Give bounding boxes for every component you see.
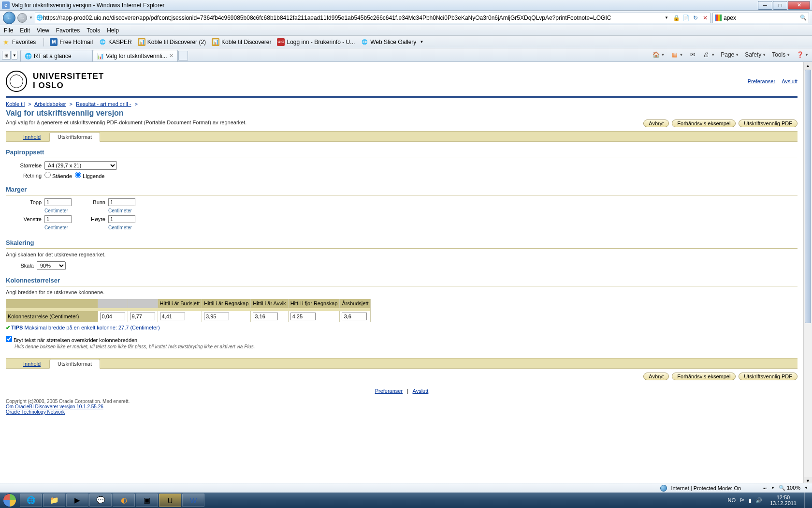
col-width-1[interactable] [130, 313, 155, 320]
pdf-button-bottom[interactable]: Utskriftsvennlig PDF [739, 373, 798, 380]
favorites-star-icon[interactable]: ★ [3, 38, 9, 46]
input-margin-right[interactable] [108, 215, 135, 223]
radio-portrait[interactable]: Stående [44, 172, 72, 179]
radio-landscape[interactable]: Liggende [75, 172, 104, 179]
task-media[interactable]: ▶ [66, 493, 88, 507]
col-width-3[interactable] [204, 313, 229, 320]
paper-size-select[interactable]: A4 (29,7 x 21) [44, 161, 117, 170]
nav-forward-button[interactable]: → [17, 13, 27, 23]
nav-history-dropdown[interactable]: ▼ [29, 15, 33, 20]
task-word[interactable]: W [182, 493, 204, 507]
tools-menu[interactable]: Tools▼ [770, 50, 792, 59]
fav-kasper[interactable]: 🌐KASPER [97, 37, 134, 47]
section-tabs-top: Innhold Utskriftsformat [6, 131, 798, 142]
tab-innhold-bottom[interactable]: Innhold [15, 359, 48, 368]
quick-tabs-button[interactable]: ⊞ [2, 51, 11, 60]
fav-koble-discoverer[interactable]: 📊Koble til Discoverer [210, 37, 273, 47]
cancel-button-bottom[interactable]: Avbryt [643, 373, 669, 380]
search-box[interactable]: apex 🔍 [712, 13, 809, 23]
row-label: Kolonnestørrelse (Centimeter) [6, 311, 98, 322]
window-close-button[interactable]: ✕ [788, 1, 810, 10]
task-app3[interactable]: ▣ [136, 493, 158, 507]
tab-utskriftsformat-bottom[interactable]: Utskriftsformat [49, 359, 100, 369]
preview-button[interactable]: Forhåndsvis eksempel [672, 120, 736, 127]
fav-logg-inn[interactable]: UiOLogg inn - Brukerinfo - U... [275, 37, 357, 47]
refresh-icon[interactable]: ↻ [692, 14, 699, 22]
col-width-0[interactable] [100, 313, 125, 320]
read-mail-button[interactable]: ✉ [687, 50, 698, 60]
footer-avslutt[interactable]: Avslutt [413, 388, 429, 394]
task-app1[interactable]: 💬 [89, 493, 112, 507]
menu-view[interactable]: View [37, 27, 49, 34]
help-button[interactable]: ❓▼ [795, 50, 810, 60]
label-scale: Skala [14, 263, 34, 269]
tray-lang[interactable]: NO [727, 497, 736, 503]
fav-web-slice[interactable]: 🌐Web Slice Gallery▼ [359, 37, 425, 47]
link-oracle-tech[interactable]: Oracle Technology Network [6, 409, 798, 415]
tab-list-dropdown[interactable]: ▼ [12, 51, 17, 60]
crumb-koble-til[interactable]: Koble til [6, 101, 25, 107]
vertical-scrollbar[interactable]: ▲ ▼ [803, 62, 812, 485]
section-columns-title: Kolonnestørrelser [6, 277, 798, 284]
protected-mode-toggle[interactable]: ▪▫ [763, 485, 767, 491]
dropdown-icon[interactable]: ▼ [663, 14, 670, 22]
col-width-4[interactable] [253, 313, 278, 320]
input-margin-left[interactable] [44, 215, 72, 223]
menu-edit[interactable]: Edit [20, 27, 30, 34]
address-bar[interactable]: 🌐 https://rapp-prod02.uio.no/discoverer/… [35, 13, 710, 23]
col-width-2[interactable] [160, 313, 185, 320]
tab-rt-glance[interactable]: 🌐 RT at a glance [20, 50, 93, 61]
input-margin-top[interactable] [44, 198, 72, 206]
breadcrumb: Koble til > Arbeidsbøker > Resultat - ar… [6, 101, 798, 107]
input-margin-bottom[interactable] [108, 198, 135, 206]
pdf-button[interactable]: Utskriftsvennlig PDF [739, 120, 798, 127]
menu-favorites[interactable]: Favorites [56, 27, 80, 34]
menu-help[interactable]: Help [107, 27, 119, 34]
stop-icon[interactable]: ✕ [701, 14, 709, 22]
link-about-discoverer[interactable]: Om OracleBI Discoverer versjon 10.1.2.55… [6, 404, 798, 409]
preview-button-bottom[interactable]: Forhåndsvis eksempel [672, 373, 736, 380]
menu-tools[interactable]: Tools [87, 27, 100, 34]
show-desktop-button[interactable] [804, 493, 810, 508]
favorites-label: Favorites [12, 39, 36, 45]
task-ie[interactable]: 🌐 [20, 493, 42, 507]
fav-koble-discoverer-2[interactable]: 📊Koble til Discoverer (2) [136, 37, 208, 47]
task-app2[interactable]: ◐ [113, 493, 135, 507]
tray-clock[interactable]: 12:50 13.12.2011 [766, 494, 800, 506]
footer-preferanser[interactable]: Preferanser [375, 388, 403, 394]
link-preferanser[interactable]: Preferanser [748, 78, 775, 84]
fav-free-hotmail[interactable]: MFree Hotmail [48, 37, 95, 47]
crumb-arbeidsboker[interactable]: Arbeidsbøker [34, 101, 66, 107]
search-icon[interactable]: 🔍 [800, 15, 807, 21]
tray-power-icon[interactable]: ▮ [749, 497, 752, 504]
task-explorer[interactable]: 📁 [43, 493, 65, 507]
task-app4[interactable]: U [159, 493, 181, 507]
menu-file[interactable]: File [4, 27, 13, 34]
page-menu[interactable]: Page▼ [719, 50, 740, 59]
wrap-text-checkbox[interactable]: Bryt tekst når størrelsen overskrider ko… [6, 337, 137, 343]
window-maximize-button[interactable]: □ [773, 1, 787, 10]
tab-utskriftsformat[interactable]: Utskriftsformat [49, 132, 100, 142]
crumb-resultat[interactable]: Resultat - art med drill - [76, 101, 131, 107]
link-avslutt[interactable]: Avslutt [782, 78, 798, 84]
compat-view-icon[interactable]: 📄 [682, 14, 690, 22]
window-minimize-button[interactable]: ─ [758, 1, 772, 10]
col-width-5[interactable] [290, 313, 316, 320]
safety-menu[interactable]: Safety▼ [743, 50, 768, 59]
tab-close-icon[interactable]: ✕ [169, 53, 174, 59]
new-tab-button[interactable] [178, 51, 188, 60]
scale-select[interactable]: 90% [37, 261, 66, 270]
start-button[interactable] [0, 493, 19, 508]
tab-valg-utskrift[interactable]: 📊 Valg for utskriftsvennli... ✕ [92, 50, 178, 61]
tray-flag-icon[interactable]: 🏳 [740, 497, 745, 503]
home-button[interactable]: 🏠▼ [651, 50, 666, 60]
feeds-button[interactable]: ▦▼ [669, 50, 684, 60]
tab-innhold[interactable]: Innhold [15, 133, 48, 141]
tray-volume-icon[interactable]: 🔊 [755, 497, 762, 504]
zoom-level[interactable]: 🔍 100% [779, 485, 800, 491]
print-button[interactable]: 🖨▼ [701, 50, 716, 60]
cancel-button[interactable]: Avbryt [643, 120, 669, 127]
nav-back-button[interactable]: ← [3, 12, 15, 24]
col-width-6[interactable] [342, 313, 367, 320]
lock-icon: 🔒 [672, 14, 680, 22]
